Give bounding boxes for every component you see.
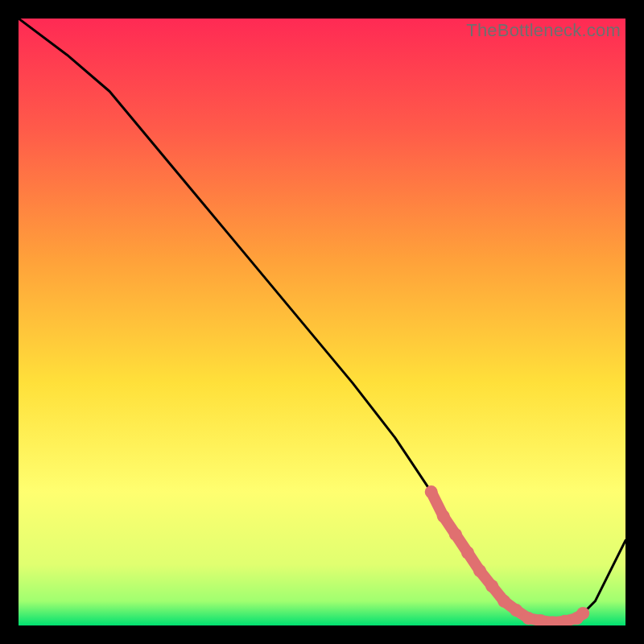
highlighted-point — [510, 604, 522, 617]
chart-svg — [19, 19, 625, 625]
highlighted-point — [485, 580, 498, 592]
watermark-text: TheBottleneck.com — [466, 20, 621, 41]
highlighted-point — [437, 510, 450, 522]
highlighted-point — [473, 564, 486, 577]
chart-frame: TheBottleneck.com — [19, 19, 625, 625]
highlighted-point — [461, 547, 474, 559]
highlighted-point — [425, 485, 438, 498]
gradient-background — [19, 19, 625, 625]
highlighted-point — [497, 595, 510, 608]
highlighted-point — [576, 607, 589, 620]
highlighted-point — [522, 612, 535, 625]
highlighted-point — [449, 528, 462, 541]
